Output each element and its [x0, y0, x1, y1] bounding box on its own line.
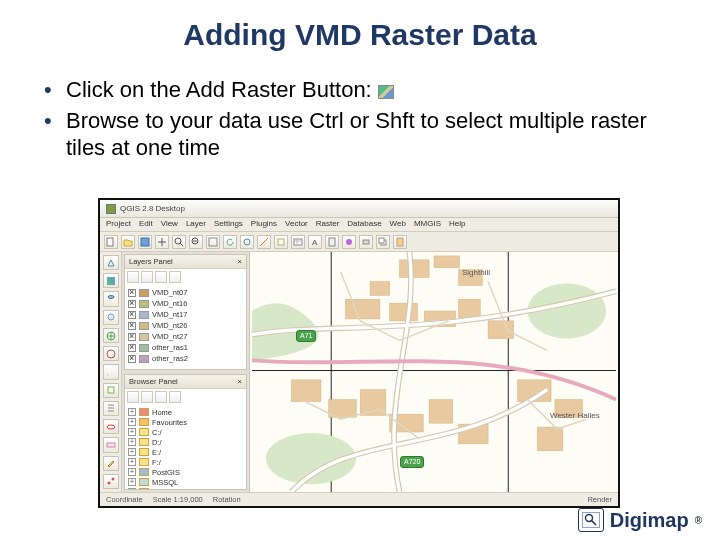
menu-edit[interactable]: Edit — [139, 219, 153, 230]
zoom-in-button[interactable] — [172, 235, 186, 249]
svg-rect-29 — [252, 370, 616, 371]
menu-view[interactable]: View — [161, 219, 178, 230]
layer-style-button[interactable] — [127, 271, 139, 283]
new-project-button[interactable] — [104, 235, 118, 249]
tree-item[interactable]: +E:/ — [128, 447, 243, 457]
status-render: Render — [587, 495, 612, 504]
menu-help[interactable]: Help — [449, 219, 465, 230]
add-wfs-button[interactable] — [103, 346, 119, 361]
svg-rect-0 — [107, 238, 113, 246]
tree-item[interactable]: +C:/ — [128, 427, 243, 437]
refresh-button[interactable] — [223, 235, 237, 249]
tree-item[interactable]: +PostGIS — [128, 467, 243, 477]
plugin-button[interactable] — [342, 235, 356, 249]
layer-filter-button[interactable] — [141, 271, 153, 283]
paste-button[interactable] — [393, 235, 407, 249]
menu-mmgis[interactable]: MMGIS — [414, 219, 441, 230]
add-delimited-button[interactable] — [103, 401, 119, 416]
add-spatialite-button[interactable] — [103, 310, 119, 325]
bullet-list: Click on the Add Raster Button: Browse t… — [0, 58, 720, 171]
trademark-icon: ® — [695, 515, 702, 526]
menu-raster[interactable]: Raster — [316, 219, 340, 230]
svg-rect-43 — [429, 400, 453, 424]
svg-rect-23 — [107, 443, 115, 447]
add-raster-button[interactable] — [103, 273, 119, 288]
zoom-full-button[interactable] — [206, 235, 220, 249]
menu-plugins[interactable]: Plugins — [251, 219, 277, 230]
logo-mark-icon — [578, 508, 604, 532]
menu-layer[interactable]: Layer — [186, 219, 206, 230]
tree-item[interactable]: +Favourites — [128, 417, 243, 427]
label-button[interactable]: A — [308, 235, 322, 249]
copy-button[interactable] — [376, 235, 390, 249]
svg-rect-28 — [508, 252, 509, 492]
layer-item[interactable]: VMD_nt07 — [128, 287, 243, 298]
new-shapefile-button[interactable] — [103, 383, 119, 398]
svg-point-16 — [108, 296, 114, 299]
layer-item[interactable]: VMD_nt26 — [128, 320, 243, 331]
svg-point-25 — [112, 478, 115, 481]
browser-add-button[interactable] — [141, 391, 153, 403]
layers-panel: Layers Panel × VMD_nt07 VMD_nt16 VMD_nt1… — [124, 254, 247, 370]
svg-rect-34 — [345, 299, 379, 319]
svg-point-5 — [244, 239, 250, 245]
print-button[interactable] — [359, 235, 373, 249]
menu-vector[interactable]: Vector — [285, 219, 308, 230]
add-raster-icon — [378, 85, 394, 99]
select-button[interactable] — [274, 235, 288, 249]
status-coordinate: Coordinate — [106, 495, 143, 504]
tree-item[interactable]: +F:/ — [128, 457, 243, 467]
tree-item[interactable]: +MSSQL — [128, 477, 243, 487]
browser-collapse-button[interactable] — [169, 391, 181, 403]
road-badge: A71 — [296, 330, 316, 342]
menu-bar[interactable]: Project Edit View Layer Settings Plugins… — [100, 218, 618, 232]
add-virtual-button[interactable] — [103, 437, 119, 452]
pan-button[interactable] — [155, 235, 169, 249]
map-canvas[interactable]: Sighthill Wester Hailes A71 A720 — [250, 252, 618, 492]
identify-button[interactable] — [240, 235, 254, 249]
layer-item[interactable]: VMD_nt16 — [128, 298, 243, 309]
tree-item[interactable]: +Oracle — [128, 487, 243, 489]
tree-item[interactable]: +Home — [128, 407, 243, 417]
browser-filter-button[interactable] — [155, 391, 167, 403]
browser-refresh-button[interactable] — [127, 391, 139, 403]
node-tool-button[interactable] — [103, 474, 119, 489]
open-project-button[interactable] — [121, 235, 135, 249]
svg-rect-14 — [397, 238, 403, 246]
close-icon[interactable]: × — [238, 257, 242, 266]
add-wms-button[interactable] — [103, 328, 119, 343]
svg-rect-33 — [370, 282, 390, 296]
layer-item[interactable]: other_ras2 — [128, 353, 243, 364]
layer-expand-button[interactable] — [155, 271, 167, 283]
calc-button[interactable] — [325, 235, 339, 249]
tree-item[interactable]: +D:/ — [128, 437, 243, 447]
status-bar: Coordinate Scale 1:19,000 Rotation Rende… — [100, 492, 618, 506]
menu-web[interactable]: Web — [390, 219, 406, 230]
save-button[interactable] — [138, 235, 152, 249]
menu-database[interactable]: Database — [347, 219, 381, 230]
svg-rect-35 — [390, 303, 418, 321]
svg-rect-31 — [434, 256, 460, 268]
add-oracle-button[interactable] — [103, 419, 119, 434]
browser-panel: Browser Panel × +Home +Favourites +C:/ +… — [124, 374, 247, 490]
layers-panel-header: Layers Panel × — [125, 255, 246, 269]
layer-item[interactable]: VMD_nt17 — [128, 309, 243, 320]
svg-rect-47 — [537, 427, 563, 451]
close-icon[interactable]: × — [238, 377, 242, 386]
menu-settings[interactable]: Settings — [214, 219, 243, 230]
menu-project[interactable]: Project — [106, 219, 131, 230]
layer-item[interactable]: VMD_nt27 — [128, 331, 243, 342]
layer-collapse-button[interactable] — [169, 271, 181, 283]
main-toolbar: A — [100, 232, 618, 252]
add-vector-button[interactable] — [103, 255, 119, 270]
layer-item[interactable]: other_ras1 — [128, 342, 243, 353]
svg-point-22 — [107, 425, 115, 429]
attributes-button[interactable] — [291, 235, 305, 249]
add-postgis-button[interactable] — [103, 291, 119, 306]
toggle-editing-button[interactable] — [103, 456, 119, 471]
zoom-out-button[interactable] — [189, 235, 203, 249]
svg-rect-4 — [209, 238, 217, 246]
measure-button[interactable] — [257, 235, 271, 249]
add-csv-button[interactable]: , — [103, 364, 119, 379]
svg-rect-38 — [488, 321, 514, 339]
